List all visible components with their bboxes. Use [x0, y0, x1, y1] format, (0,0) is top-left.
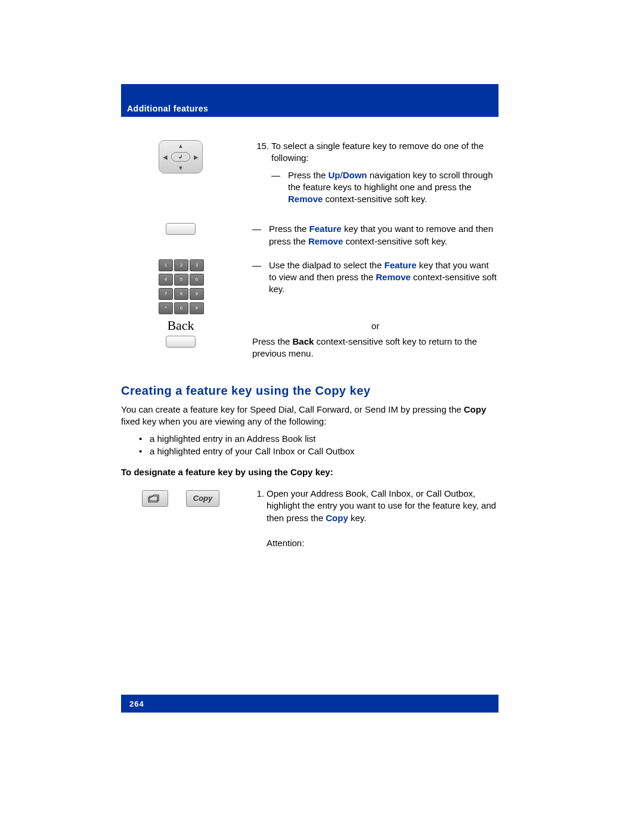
keyword-remove: Remove [376, 272, 410, 282]
softkey-row: — Press the Feature key that you want to… [121, 223, 499, 253]
sub-heading: To designate a feature key by using the … [121, 467, 499, 477]
keyword-back: Back [293, 336, 314, 346]
back-softkey-icon [166, 336, 196, 348]
step-15-text: 15. To select a single feature key to re… [240, 140, 499, 211]
keyword-feature: Feature [309, 224, 342, 234]
copy-step-row: Copy 1. Open your Address Book, Call Inb… [121, 488, 499, 549]
folder-key-icon [142, 490, 168, 507]
left-column: 123 456 789 *0# [121, 259, 240, 314]
header-title: Additional features [127, 104, 208, 113]
or-text: or [252, 320, 499, 332]
document-page: Additional features ▲ ▼ ◀ ▶ ↲ 15. To sel… [0, 0, 644, 833]
keyword-up: Up [329, 170, 340, 180]
section-heading: Creating a feature key using the Copy ke… [121, 384, 499, 398]
left-column: ▲ ▼ ◀ ▶ ↲ [121, 140, 240, 174]
folder-icon [148, 494, 162, 503]
keyword-down: Down [343, 170, 367, 180]
left-column [121, 223, 240, 235]
step-number: 15. [252, 140, 269, 152]
dash-item-1: — Press the Up/Down navigation key to sc… [271, 169, 499, 206]
keyword-remove: Remove [288, 194, 323, 204]
navigation-pad-icon: ▲ ▼ ◀ ▶ ↲ [159, 140, 203, 174]
keyword-copy: Copy [464, 404, 487, 414]
back-text: or Press the Back context-sensitive soft… [240, 318, 499, 360]
left-column: Back [121, 318, 240, 348]
header-bar: Additional features [121, 84, 499, 117]
dash-item-2-text: — Press the Feature key that you want to… [240, 223, 499, 253]
bullet-item: •a highlighted entry in an Address Book … [139, 433, 499, 444]
back-row: Back or Press the Back context-sensitive… [121, 318, 499, 360]
content: ▲ ▼ ◀ ▶ ↲ 15. To select a single feature… [121, 140, 499, 549]
dash-list: — Press the Up/Down navigation key to sc… [271, 169, 499, 206]
keyword-copy: Copy [326, 513, 348, 523]
copy-icons: Copy [121, 488, 240, 507]
dialpad-row: 123 456 789 *0# — Use the dialpad to sel… [121, 259, 499, 314]
dash-item-3: — Use the dialpad to select the Feature … [252, 259, 499, 296]
step-intro: To select a single feature key to remove… [271, 141, 484, 163]
copy-step-text: 1. Open your Address Book, Call Inbox, o… [240, 488, 499, 549]
softkey-icon [166, 223, 196, 235]
section-para: You can create a feature key for Speed D… [121, 404, 499, 428]
dash-item-3-text: — Use the dialpad to select the Feature … [240, 259, 499, 302]
step-number: 1. [252, 488, 264, 500]
bullet-item: •a highlighted entry of your Call Inbox … [139, 446, 499, 456]
keyword-remove: Remove [308, 236, 343, 246]
dialpad-icon: 123 456 789 *0# [158, 259, 203, 314]
back-label: Back [121, 318, 240, 333]
footer-bar: 264 [121, 695, 499, 713]
page-number: 264 [129, 699, 144, 708]
attention-label: Attention: [267, 537, 499, 549]
bullet-list: •a highlighted entry in an Address Book … [121, 433, 499, 456]
step-15-row: ▲ ▼ ◀ ▶ ↲ 15. To select a single feature… [121, 140, 499, 211]
copy-key-icon: Copy [186, 490, 219, 507]
dash-item-2: — Press the Feature key that you want to… [252, 223, 499, 247]
keyword-feature: Feature [384, 260, 416, 270]
